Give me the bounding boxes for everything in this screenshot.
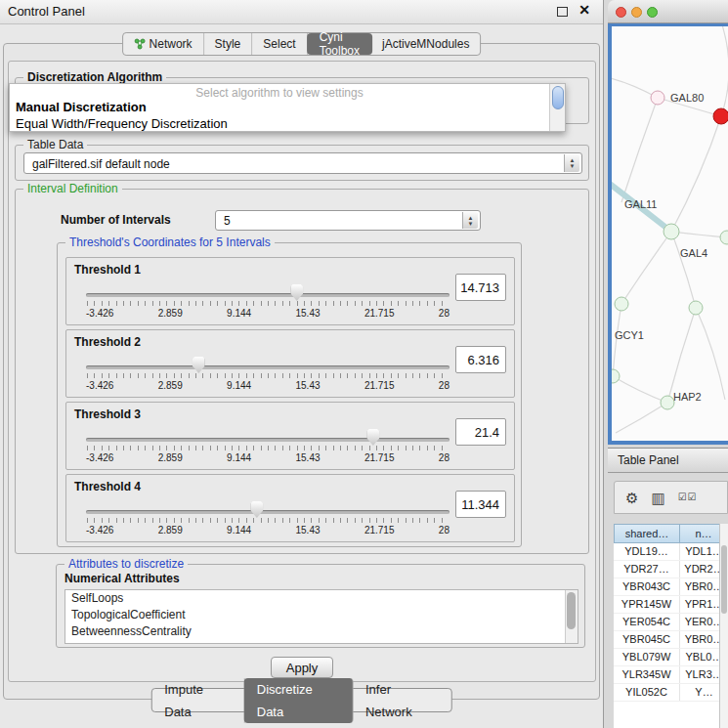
network-icon bbox=[134, 38, 146, 50]
node-label: GAL11 bbox=[624, 198, 657, 210]
threshold-4-value-field[interactable] bbox=[455, 491, 506, 518]
tab-jactivemodules[interactable]: jActiveMNodules bbox=[371, 33, 480, 55]
node-circle[interactable] bbox=[612, 369, 620, 383]
table-cell[interactable]: YDL19… bbox=[614, 543, 680, 560]
table-cell[interactable]: YBR043C bbox=[614, 578, 680, 595]
gear-icon[interactable]: ⚙ bbox=[625, 491, 638, 505]
slider-track[interactable] bbox=[86, 365, 450, 369]
table-cell[interactable]: YBR045C bbox=[614, 631, 680, 648]
slider-thumb[interactable] bbox=[290, 284, 303, 301]
tab-select-label: Select bbox=[263, 37, 295, 51]
attributes-scrollbar[interactable] bbox=[565, 590, 578, 643]
close-icon[interactable]: ✕ bbox=[578, 2, 590, 18]
tick-label: 2.859 bbox=[158, 308, 183, 319]
table-row[interactable]: YIL052CY… bbox=[614, 684, 728, 702]
table-data-combobox[interactable]: galFiltered.sif default node ▲▼ bbox=[23, 152, 582, 174]
close-traffic-light-icon[interactable] bbox=[616, 7, 626, 18]
algorithm-option-manual[interactable]: Manual Discretization bbox=[16, 100, 147, 114]
algorithm-placeholder-option[interactable]: Select algorithm to view settings bbox=[10, 86, 549, 100]
network-view[interactable]: GAL80 GAL11 GAL4 GCY1 HAP2 bbox=[612, 26, 728, 441]
list-item[interactable]: SelfLoops bbox=[65, 590, 578, 607]
column-header-shared-name[interactable]: shared… bbox=[614, 524, 680, 543]
slider-track[interactable] bbox=[86, 438, 450, 442]
threshold-1-value-field[interactable] bbox=[455, 274, 506, 301]
node-circle[interactable] bbox=[615, 297, 628, 311]
num-intervals-combobox[interactable]: 5 ▲▼ bbox=[215, 210, 481, 231]
table-cell[interactable]: YPR145W bbox=[614, 596, 680, 613]
table-cell[interactable]: YER054C bbox=[614, 614, 680, 630]
table-cell[interactable]: YDR27… bbox=[614, 561, 680, 578]
tick-label: -3.426 bbox=[86, 308, 113, 319]
zoom-traffic-light-icon[interactable] bbox=[647, 7, 658, 18]
tick-label: 2.859 bbox=[158, 525, 183, 535]
tab-style[interactable]: Style bbox=[204, 33, 253, 55]
tick-label: 28 bbox=[439, 452, 450, 463]
table-scrollbar[interactable] bbox=[719, 524, 728, 728]
slider-thumb[interactable] bbox=[366, 429, 379, 446]
threshold-3-value-field[interactable] bbox=[455, 418, 506, 446]
slider-thumb[interactable] bbox=[193, 357, 205, 373]
table-row[interactable]: YBR043CYBR0… bbox=[614, 578, 728, 596]
table-row[interactable]: YBL079WYBL0… bbox=[614, 649, 728, 666]
slider-track[interactable] bbox=[86, 293, 450, 297]
table-cell[interactable]: YIL052C bbox=[614, 684, 680, 701]
tab-infer-network[interactable]: Infer Network bbox=[353, 678, 451, 723]
list-item[interactable]: TopologicalCoefficient bbox=[65, 607, 578, 623]
node-circle[interactable] bbox=[664, 224, 679, 239]
control-panel-title: Control Panel bbox=[8, 0, 85, 23]
node-circle[interactable] bbox=[651, 91, 664, 105]
selected-node-circle[interactable] bbox=[713, 108, 728, 124]
threshold-3-slider[interactable]: -3.4262.8599.14415.4321.71528 bbox=[86, 424, 450, 467]
threshold-4-slider[interactable]: -3.4262.8599.14415.4321.71528 bbox=[86, 496, 450, 539]
node-labels: GAL80 GAL11 GAL4 GCY1 HAP2 bbox=[615, 92, 707, 403]
tab-network[interactable]: Network bbox=[123, 33, 204, 55]
top-tab-bar: Network Style Select Cyni Toolbox jActiv… bbox=[122, 32, 482, 56]
tick-label: 28 bbox=[439, 380, 450, 391]
tab-select[interactable]: Select bbox=[252, 33, 307, 55]
tab-cyni-label: Cyni Toolbox bbox=[320, 30, 360, 58]
table-row[interactable]: YDL19…YDL1… bbox=[614, 543, 728, 561]
tab-cyni-toolbox[interactable]: Cyni Toolbox bbox=[307, 33, 372, 55]
table-row[interactable]: YBR045CYBR0… bbox=[614, 631, 728, 649]
tab-network-label: Network bbox=[150, 37, 193, 51]
select-columns-icon[interactable]: ☑☑ bbox=[678, 492, 698, 502]
slider-tick-labels: -3.4262.8599.14415.4321.71528 bbox=[86, 308, 450, 319]
float-window-icon[interactable] bbox=[557, 7, 568, 17]
table-cell[interactable]: YLR345W bbox=[614, 666, 680, 683]
node-label: GAL80 bbox=[670, 92, 704, 104]
slider-thumb[interactable] bbox=[250, 501, 263, 518]
threshold-1-slider[interactable]: -3.4262.8599.14415.4321.71528 bbox=[86, 279, 450, 322]
table-row[interactable]: YLR345WYLR3… bbox=[614, 666, 728, 684]
list-item[interactable]: BetweennessCentrality bbox=[65, 623, 578, 640]
tab-discretize-data[interactable]: Discretize Data bbox=[244, 678, 354, 723]
table-row[interactable]: YDR27…YDR2… bbox=[614, 561, 728, 578]
node-label: HAP2 bbox=[673, 391, 702, 403]
node-circle[interactable] bbox=[661, 396, 674, 409]
tick-label: 28 bbox=[439, 525, 450, 535]
threshold-2-value-field[interactable] bbox=[455, 346, 506, 373]
threshold-2-slider[interactable]: -3.4262.8599.14415.4321.71528 bbox=[86, 352, 450, 395]
dropdown-scrollbar[interactable] bbox=[549, 84, 565, 131]
table-panel-title: Table Panel bbox=[618, 449, 679, 472]
columns-icon[interactable]: ▥ bbox=[651, 491, 664, 505]
apply-button[interactable]: Apply bbox=[271, 657, 333, 678]
algorithm-option-equal-width[interactable]: Equal Width/Frequency Discretization bbox=[16, 116, 228, 131]
tab-impute-data[interactable]: Impute Data bbox=[151, 678, 245, 723]
threshold-2-label: Threshold 2 bbox=[74, 335, 141, 349]
table-scrollbar-thumb[interactable] bbox=[721, 545, 727, 614]
table-row[interactable]: YPR145WYPR1… bbox=[614, 596, 728, 614]
table-cell[interactable]: YBL079W bbox=[614, 649, 680, 665]
threshold-4-box: Threshold 4 -3.4262.8599.14415.4321.7152… bbox=[65, 474, 515, 542]
node-circle[interactable] bbox=[720, 231, 728, 244]
minimize-traffic-light-icon[interactable] bbox=[631, 7, 642, 18]
tick-label: 9.144 bbox=[227, 380, 251, 391]
table-row[interactable]: YER054CYER0… bbox=[614, 614, 728, 631]
combo-stepper-icon[interactable]: ▲▼ bbox=[462, 212, 478, 229]
node-circle[interactable] bbox=[689, 301, 703, 315]
tick-label: 2.859 bbox=[158, 380, 183, 391]
dropdown-scrollbar-thumb[interactable] bbox=[552, 86, 564, 109]
attributes-list: SelfLoops TopologicalCoefficient Between… bbox=[64, 589, 578, 644]
combo-stepper-icon[interactable]: ▲▼ bbox=[564, 154, 579, 172]
attributes-scrollbar-thumb[interactable] bbox=[567, 592, 576, 629]
slider-track[interactable] bbox=[86, 510, 450, 514]
